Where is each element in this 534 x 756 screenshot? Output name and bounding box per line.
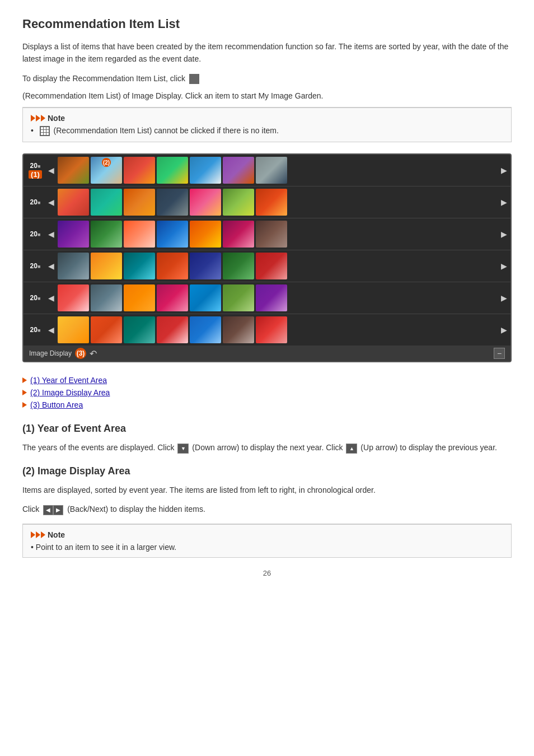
nav-next-2[interactable]: ▶ <box>499 197 509 208</box>
links-section: (1) Year of Event Area (2) Image Display… <box>22 376 512 409</box>
thumb-2-6[interactable] <box>223 189 254 216</box>
next-icon: ▶ <box>53 505 63 515</box>
thumb-6-1[interactable] <box>58 316 89 343</box>
link-image-display[interactable]: (2) Image Display Area <box>30 388 110 397</box>
thumb-4-2[interactable] <box>91 253 122 279</box>
link-year-of-event[interactable]: (1) Year of Event Area <box>30 376 107 385</box>
thumb-6-4[interactable] <box>157 316 188 343</box>
thumb-5-7[interactable] <box>256 284 287 311</box>
page-number: 26 <box>22 569 512 577</box>
section1-down-desc: (Down arrow) to display the next year. C… <box>192 443 343 452</box>
note-bullet-2: • Point to an item to see it in a larger… <box>31 543 503 552</box>
note-label-2: Note <box>48 530 65 539</box>
thumb-5-5[interactable] <box>190 284 221 311</box>
note-box-2: Note • Point to an item to see it in a l… <box>22 524 512 558</box>
intro-para2-prefix: To display the Recommendation Item List,… <box>22 74 185 83</box>
thumb-5-4[interactable] <box>157 284 188 311</box>
thumb-2-1[interactable] <box>58 189 89 216</box>
thumb-5-2[interactable] <box>91 284 122 311</box>
image-row-2: 20■ ◀ ▶ <box>24 186 510 218</box>
link-arrow-2 <box>22 390 27 395</box>
thumb-1-3[interactable] <box>124 157 155 184</box>
rec-list-icon-note <box>40 126 50 136</box>
nav-back-5[interactable]: ◀ <box>46 292 57 304</box>
link-arrow-1 <box>22 377 27 383</box>
thumb-5-3[interactable] <box>124 284 155 311</box>
thumb-6-2[interactable] <box>91 316 122 343</box>
note-header-1: Note <box>31 114 503 123</box>
nav-back-6[interactable]: ◀ <box>46 324 57 335</box>
nav-back-3[interactable]: ◀ <box>46 228 57 240</box>
nav-next-6[interactable]: ▶ <box>499 324 509 335</box>
year-label-3: 20■ <box>25 230 46 238</box>
thumb-6-6[interactable] <box>223 316 254 343</box>
link-button-area[interactable]: (3) Button Area <box>30 400 83 409</box>
thumb-2-4[interactable] <box>157 189 188 216</box>
note-label-1: Note <box>48 114 65 123</box>
thumb-3-5[interactable] <box>190 221 221 248</box>
thumb-1-4[interactable] <box>157 157 188 184</box>
thumb-2-5[interactable] <box>190 189 221 216</box>
image-display-widget: 20■ (1) ◀ (2) ▶ 20■ ◀ <box>22 153 512 362</box>
bar-badge: (3) <box>75 348 86 359</box>
thumb-3-1[interactable] <box>58 221 89 248</box>
thumb-1-2[interactable]: (2) <box>91 157 122 184</box>
undo-icon[interactable]: ↶ <box>90 348 97 359</box>
intro-para2: To display the Recommendation Item List,… <box>22 72 512 85</box>
note-box-1: Note • (Recommendation Item List) cannot… <box>22 107 512 142</box>
thumb-1-1[interactable] <box>58 157 89 184</box>
year-label-2: 20■ <box>25 198 46 206</box>
image-row-1: 20■ (1) ◀ (2) ▶ <box>24 155 510 186</box>
image-row-6: 20■ ◀ ▶ <box>24 314 510 346</box>
thumb-4-7[interactable] <box>256 253 287 279</box>
year-label-6: 20■ <box>25 326 46 334</box>
thumb-4-5[interactable] <box>190 253 221 279</box>
thumb-1-7[interactable] <box>256 157 287 184</box>
nav-next-4[interactable]: ▶ <box>499 260 509 272</box>
section2-para: Items are displayed, sorted by event yea… <box>22 484 512 496</box>
triple-arrow-icon <box>31 115 45 122</box>
triple-arrow-icon-2 <box>31 531 45 538</box>
section1-para-text: The years of the events are displayed. C… <box>22 443 175 452</box>
thumb-2-2[interactable] <box>91 189 122 216</box>
link-item-2: (2) Image Display Area <box>22 388 512 397</box>
thumb-3-4[interactable] <box>157 221 188 248</box>
nav-back-2[interactable]: ◀ <box>46 197 57 208</box>
thumb-3-6[interactable] <box>223 221 254 248</box>
thumb-1-5[interactable] <box>190 157 221 184</box>
image-row-4: 20■ ◀ ▶ <box>24 250 510 282</box>
thumb-6-3[interactable] <box>124 316 155 343</box>
thumbnails-4 <box>57 253 499 279</box>
up-arrow-icon <box>346 444 357 454</box>
thumb-1-6[interactable] <box>223 157 254 184</box>
nav-next-1[interactable]: ▶ <box>499 165 509 176</box>
link-item-3: (3) Button Area <box>22 400 512 409</box>
thumb-5-6[interactable] <box>223 284 254 311</box>
thumb-6-7[interactable] <box>256 316 287 343</box>
section2-heading: (2) Image Display Area <box>22 465 512 477</box>
thumb-3-7[interactable] <box>256 221 287 248</box>
thumbnails-1: (2) <box>57 157 499 184</box>
thumb-2-7[interactable] <box>256 189 287 216</box>
thumb-4-3[interactable] <box>124 253 155 279</box>
section1-para: The years of the events are displayed. C… <box>22 441 512 454</box>
nav-back-1[interactable]: ◀ <box>46 165 57 176</box>
nav-next-5[interactable]: ▶ <box>499 292 509 304</box>
thumbnails-2 <box>57 189 499 216</box>
section2-click-suffix: (Back/Next) to display the hidden items. <box>67 505 205 514</box>
intro-para1: Displays a list of items that have been … <box>22 40 512 66</box>
down-arrow-icon <box>177 444 189 454</box>
thumb-5-1[interactable] <box>58 284 89 311</box>
thumb-4-1[interactable] <box>58 253 89 279</box>
thumb-4-4[interactable] <box>157 253 188 279</box>
thumb-2-3[interactable] <box>124 189 155 216</box>
image-rows: 20■ (1) ◀ (2) ▶ 20■ ◀ <box>24 155 510 346</box>
thumb-6-5[interactable] <box>190 316 221 343</box>
nav-next-3[interactable]: ▶ <box>499 228 509 240</box>
thumb-4-6[interactable] <box>223 253 254 279</box>
thumb-3-2[interactable] <box>91 221 122 248</box>
thumb-3-3[interactable] <box>124 221 155 248</box>
nav-back-4[interactable]: ◀ <box>46 260 57 272</box>
image-row-3: 20■ ◀ ▶ <box>24 218 510 250</box>
zoom-out-button[interactable]: − <box>494 348 505 359</box>
